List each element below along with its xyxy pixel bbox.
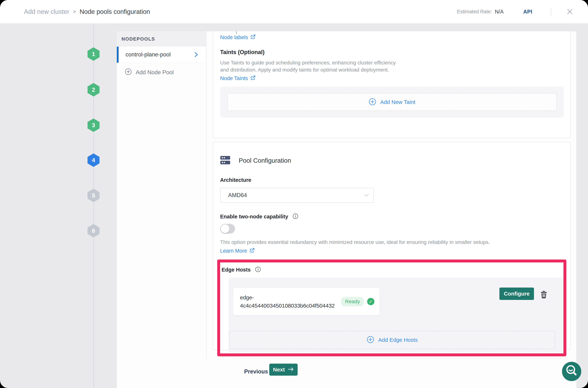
edge-host-id: edge- 4c4c4544003450108033b6c04f504432 [240, 293, 341, 310]
configure-button[interactable]: Configure [499, 288, 534, 300]
architecture-value: AMD64 [220, 192, 247, 198]
nodepools-header: NODEPOOLS [117, 31, 206, 47]
add-edge-hosts-button[interactable]: Add Edge Hosts [229, 331, 555, 349]
add-node-pool-label: Add Node Pool [136, 69, 174, 76]
external-link-icon [251, 75, 256, 81]
plus-circle-icon [125, 68, 132, 77]
breadcrumb-parent[interactable]: Add new cluster [24, 8, 69, 15]
edge-hosts-panel: edge- 4c4c4544003450108033b6c04f504432 R… [229, 278, 564, 353]
edge-hosts-label: Edge Hosts [222, 267, 251, 273]
add-new-taint-label: Add New Taint [380, 99, 415, 105]
content-panel: NODEPOOLS control-plane-pool Add Node Po… [117, 31, 576, 388]
taints-card: Node labels Taints (Optional) Use Taints… [213, 31, 571, 138]
stepper-line [94, 23, 94, 388]
step-4-badge: 4 [88, 153, 99, 167]
wizard-header: Add new cluster > Node pools configurati… [0, 0, 588, 24]
feedback-button[interactable] [562, 362, 581, 381]
two-node-description: This option provides essential redundanc… [220, 239, 564, 245]
step-6-badge: 6 [88, 224, 99, 238]
taints-description: Use Taints to guide pod scheduling prefe… [220, 59, 400, 73]
edge-host-row: edge- 4c4c4544003450108033b6c04f504432 R… [233, 288, 564, 315]
two-node-label: Enable two-node capability [220, 214, 288, 220]
nodepool-item-control-plane-pool[interactable]: control-plane-pool [117, 47, 206, 63]
check-circle-icon: ✓ [367, 298, 375, 305]
next-button[interactable]: Next [269, 364, 298, 376]
node-taints-link[interactable]: Node Taints [220, 75, 256, 81]
add-new-taint-button[interactable]: Add New Taint [227, 93, 557, 111]
architecture-select[interactable]: AMD64 [220, 188, 374, 203]
estimated-rate-label: Estimated Rate: [457, 9, 492, 15]
info-icon[interactable] [255, 267, 261, 273]
add-cluster-wizard-window: Add new cluster > Node pools configurati… [0, 0, 588, 388]
external-link-icon [251, 34, 256, 41]
nodepool-form: Node labels Taints (Optional) Use Taints… [207, 31, 576, 359]
clipped-content-sliver [236, 31, 237, 34]
search-smile-icon [564, 364, 579, 379]
estimated-rate-value: N/A [495, 9, 504, 15]
step-3-badge: 3 [88, 119, 99, 132]
api-button[interactable]: API [523, 9, 532, 15]
plus-circle-icon [369, 98, 376, 106]
taints-title: Taints (Optional) [220, 49, 564, 55]
add-edge-hosts-label: Add Edge Hosts [378, 337, 418, 343]
edge-host-card[interactable]: edge- 4c4c4544003450108033b6c04f504432 R… [233, 288, 379, 315]
step-5-badge: 5 [88, 189, 99, 202]
close-icon[interactable] [565, 7, 574, 16]
breadcrumb: Add new cluster > Node pools configurati… [24, 0, 150, 23]
edge-hosts-highlight-box: Edge Hosts edge- 4c4c4544003450108033b6c… [217, 260, 566, 356]
chevron-right-icon [194, 51, 198, 58]
header-divider [551, 7, 551, 16]
info-icon[interactable] [293, 213, 298, 220]
pool-configuration-card: Pool Configuration Architecture AMD64 En… [213, 142, 571, 350]
chevron-down-icon [364, 194, 369, 197]
plus-circle-icon [367, 336, 374, 344]
step-1-badge: 1 [88, 47, 99, 61]
nodepools-panel: NODEPOOLS control-plane-pool Add Node Po… [117, 31, 207, 359]
taints-list-panel: Add New Taint [220, 87, 564, 118]
step-2-badge: 2 [88, 83, 99, 97]
two-node-toggle[interactable] [220, 224, 235, 234]
wizard-footer: Previous Next [234, 359, 565, 388]
pool-configuration-title: Pool Configuration [239, 157, 291, 164]
architecture-label: Architecture [220, 177, 564, 183]
external-link-icon [250, 248, 255, 254]
status-badge: Ready [341, 297, 364, 306]
node-labels-link[interactable]: Node labels [220, 34, 256, 41]
page-title: Node pools configuration [79, 8, 150, 15]
previous-button[interactable]: Previous [244, 368, 268, 375]
server-stack-icon [220, 155, 230, 166]
toggle-knob [221, 224, 229, 233]
nodepool-name: control-plane-pool [119, 51, 171, 58]
header-actions: Estimated Rate: N/A API [457, 0, 574, 23]
breadcrumb-separator: > [73, 9, 76, 15]
trash-icon[interactable] [540, 291, 547, 299]
learn-more-link[interactable]: Learn More [220, 248, 255, 254]
arrow-right-icon [288, 366, 294, 373]
add-node-pool-button[interactable]: Add Node Pool [117, 68, 206, 77]
